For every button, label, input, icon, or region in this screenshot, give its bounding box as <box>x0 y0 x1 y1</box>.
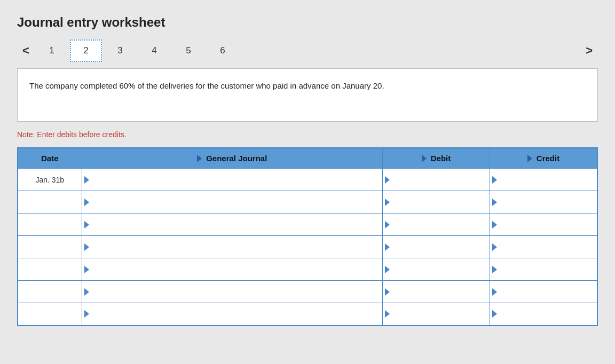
credit-cell[interactable] <box>490 281 598 303</box>
debit-arrow-indicator <box>385 199 390 206</box>
credit-cell[interactable] <box>490 258 598 281</box>
debit-cell[interactable] <box>383 258 490 281</box>
debit-input[interactable] <box>390 258 490 280</box>
date-cell <box>18 258 82 281</box>
tab-4[interactable]: 4 <box>138 39 170 62</box>
journal-input[interactable] <box>89 236 383 258</box>
journal-arrow-indicator <box>84 266 89 273</box>
journal-cell[interactable] <box>82 236 383 258</box>
journal-arrow-indicator <box>84 310 89 318</box>
credit-cell[interactable] <box>490 236 598 258</box>
debit-input[interactable] <box>390 191 490 213</box>
tab-2[interactable]: 2 <box>70 39 102 62</box>
credit-cell[interactable] <box>490 191 598 213</box>
table-row <box>18 213 597 236</box>
journal-cell[interactable] <box>82 258 383 281</box>
col-header-credit: Credit <box>490 148 598 169</box>
credit-header-arrow <box>527 155 532 162</box>
debit-cell[interactable] <box>383 191 490 213</box>
journal-input[interactable] <box>89 303 383 325</box>
journal-input[interactable] <box>89 258 383 280</box>
date-cell <box>18 213 82 236</box>
credit-input[interactable] <box>497 236 597 258</box>
journal-cell[interactable] <box>82 281 383 303</box>
table-row <box>18 236 597 258</box>
debit-cell[interactable] <box>383 281 490 303</box>
credit-input[interactable] <box>497 303 597 325</box>
tab-6[interactable]: 6 <box>207 39 239 62</box>
table-row <box>18 191 597 213</box>
general-journal-arrow <box>197 155 202 162</box>
credit-input[interactable] <box>497 169 597 191</box>
debit-cell[interactable] <box>383 303 490 326</box>
credit-input[interactable] <box>497 191 597 213</box>
journal-arrow-indicator <box>84 221 89 228</box>
credit-arrow-indicator <box>492 176 497 184</box>
date-cell <box>18 236 82 258</box>
debit-cell[interactable] <box>383 213 490 236</box>
journal-cell[interactable] <box>82 191 383 213</box>
table-row <box>18 258 597 281</box>
date-cell <box>18 281 82 303</box>
page-title: Journal entry worksheet <box>17 15 598 30</box>
date-cell: Jan. 31b <box>18 169 82 191</box>
journal-arrow-indicator <box>84 176 89 184</box>
journal-cell[interactable] <box>82 213 383 236</box>
debit-arrow-indicator <box>385 288 390 296</box>
date-cell <box>18 303 82 326</box>
debit-input[interactable] <box>390 236 490 258</box>
journal-cell[interactable] <box>82 303 383 326</box>
col-header-general-journal: General Journal <box>82 148 383 169</box>
credit-input[interactable] <box>497 258 597 280</box>
tab-1[interactable]: 1 <box>36 39 68 62</box>
table-row: Jan. 31b <box>18 169 597 191</box>
debit-arrow-indicator <box>385 176 390 184</box>
journal-input[interactable] <box>89 191 383 213</box>
description-box: The company completed 60% of the deliver… <box>17 68 598 122</box>
credit-arrow-indicator <box>492 221 497 228</box>
credit-arrow-indicator <box>492 266 497 273</box>
prev-arrow[interactable]: < <box>17 42 35 60</box>
credit-cell[interactable] <box>490 213 598 236</box>
journal-arrow-indicator <box>84 243 89 251</box>
journal-input[interactable] <box>89 213 383 235</box>
debit-arrow-indicator <box>385 266 390 273</box>
credit-arrow-indicator <box>492 243 497 251</box>
col-header-debit: Debit <box>383 148 490 169</box>
note-text: Note: Enter debits before credits. <box>17 130 598 139</box>
table-row <box>18 303 597 326</box>
debit-arrow-indicator <box>385 243 390 251</box>
tab-navigation: < 1 2 3 4 5 6 > <box>17 39 598 62</box>
debit-arrow-indicator <box>385 310 390 318</box>
credit-cell[interactable] <box>490 303 598 326</box>
credit-arrow-indicator <box>492 288 497 296</box>
journal-table: Date General Journal Debit <box>17 147 598 326</box>
journal-input[interactable] <box>89 169 383 191</box>
next-arrow[interactable]: > <box>580 42 598 60</box>
credit-input[interactable] <box>497 213 597 235</box>
debit-input[interactable] <box>390 303 490 325</box>
credit-cell[interactable] <box>490 169 598 191</box>
col-header-date: Date <box>18 148 82 169</box>
debit-input[interactable] <box>390 169 490 191</box>
debit-input[interactable] <box>390 213 490 235</box>
credit-input[interactable] <box>497 281 597 303</box>
debit-cell[interactable] <box>383 169 490 191</box>
journal-arrow-indicator <box>84 199 89 206</box>
description-text: The company completed 60% of the deliver… <box>29 81 384 90</box>
table-row <box>18 281 597 303</box>
journal-cell[interactable] <box>82 169 383 191</box>
tab-5[interactable]: 5 <box>172 39 204 62</box>
debit-cell[interactable] <box>383 236 490 258</box>
credit-arrow-indicator <box>492 199 497 206</box>
tab-3[interactable]: 3 <box>104 39 136 62</box>
journal-arrow-indicator <box>84 288 89 296</box>
journal-input[interactable] <box>89 281 383 303</box>
debit-arrow-indicator <box>385 221 390 228</box>
debit-input[interactable] <box>390 281 490 303</box>
credit-arrow-indicator <box>492 310 497 318</box>
debit-header-arrow <box>422 155 427 162</box>
date-cell <box>18 191 82 213</box>
